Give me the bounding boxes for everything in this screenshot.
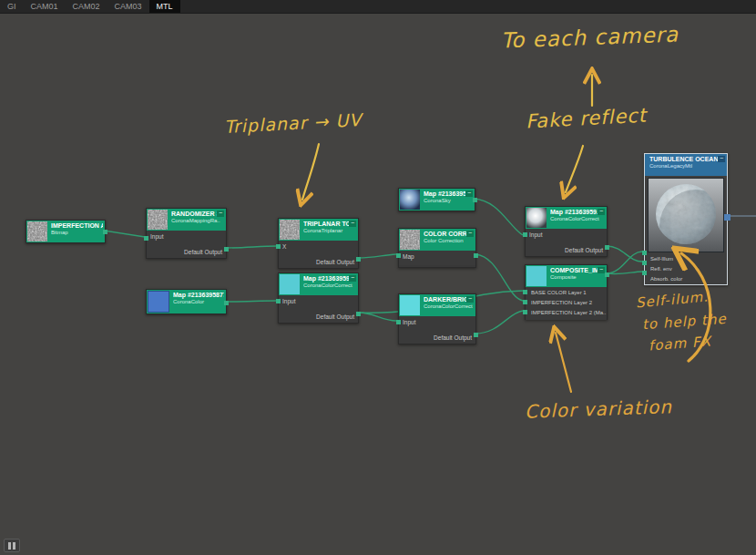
annotation-arrow-layer: [0, 0, 756, 555]
annotation-arrows: [302, 75, 710, 392]
slate-material-editor: GI CAM01 CAM02 CAM03 MTL IMPERFECTION AL…: [0, 0, 756, 555]
tab-mtl[interactable]: MTL: [149, 0, 180, 13]
tab-gi[interactable]: GI: [0, 0, 24, 13]
tab-cam02[interactable]: CAM02: [66, 0, 107, 13]
tab-cam01[interactable]: CAM01: [24, 0, 66, 13]
pause-bar-icon: [13, 542, 15, 550]
pan-tool-button[interactable]: [4, 539, 20, 552]
tab-cam03[interactable]: CAM03: [107, 0, 149, 13]
pause-bar-icon: [8, 542, 11, 550]
view-tabbar: GI CAM01 CAM02 CAM03 MTL: [0, 0, 756, 14]
